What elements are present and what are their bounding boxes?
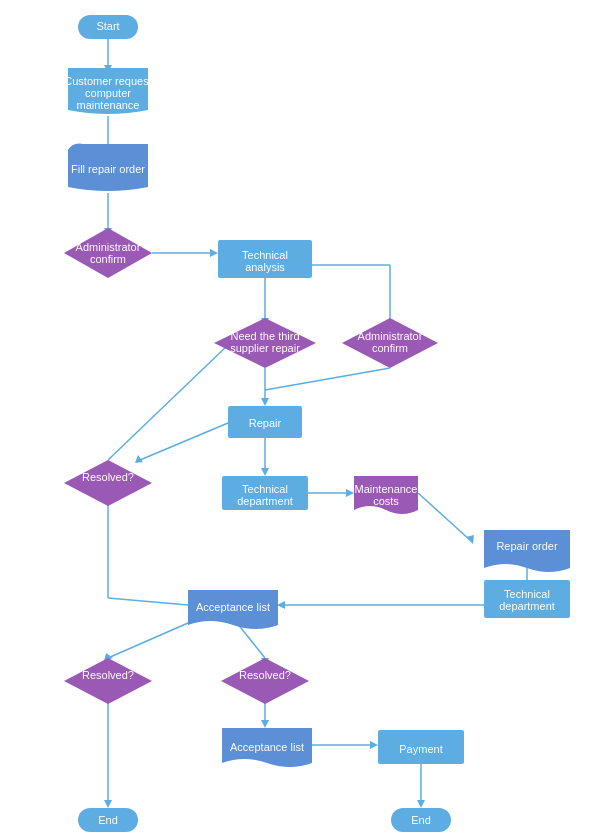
repair-shape: [228, 406, 302, 438]
svg-line-42: [108, 345, 228, 460]
resolved-bot-mid-shape: [221, 658, 309, 704]
tech-dept-right-shape: [484, 580, 570, 618]
svg-marker-23: [466, 535, 474, 544]
repair-order-shape: [484, 530, 570, 572]
end-right-shape: [391, 808, 451, 832]
svg-line-16: [140, 423, 228, 460]
end-left-shape: [78, 808, 138, 832]
start-shape: [78, 15, 138, 39]
maintenance-costs-shape: [354, 476, 418, 514]
flowchart-diagram: Start Customer request computer maintena…: [0, 0, 600, 839]
resolved-bot-left-shape: [64, 658, 152, 704]
svg-marker-39: [370, 741, 378, 749]
acceptance-list-bot-shape: [222, 728, 312, 767]
payment-shape: [378, 730, 464, 764]
svg-marker-19: [261, 468, 269, 476]
svg-marker-41: [417, 800, 425, 808]
svg-marker-7: [210, 249, 218, 257]
admin-confirm-right-shape: [342, 318, 438, 368]
tech-dept-mid-shape: [222, 476, 308, 510]
svg-marker-37: [261, 720, 269, 728]
customer-request-shape: [68, 68, 148, 114]
resolved-mid-left-shape: [64, 460, 152, 506]
svg-line-30: [108, 623, 188, 658]
svg-line-15: [265, 368, 390, 390]
need-third-shape: [214, 318, 316, 368]
fill-repair-shape: [68, 144, 148, 191]
svg-marker-27: [277, 601, 285, 609]
admin-confirm-left-shape: [64, 228, 152, 278]
svg-marker-14: [261, 398, 269, 406]
technical-analysis-shape: [218, 240, 312, 278]
svg-line-29: [108, 598, 188, 605]
svg-marker-21: [346, 489, 354, 497]
svg-marker-35: [104, 800, 112, 808]
svg-line-22: [418, 493, 470, 540]
acceptance-list-mid-shape: [188, 590, 278, 629]
